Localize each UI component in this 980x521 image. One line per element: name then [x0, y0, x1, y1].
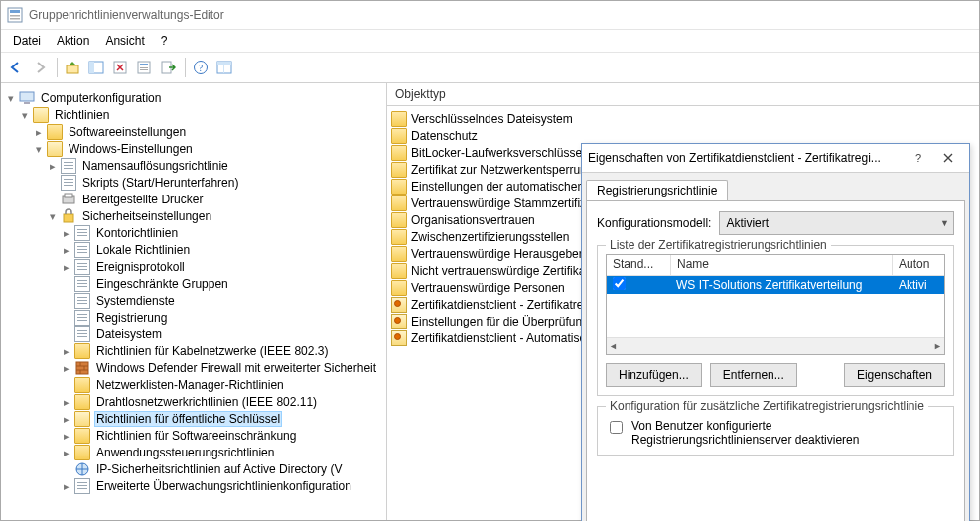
- svg-rect-4: [67, 65, 78, 73]
- config-model-combobox[interactable]: Aktiviert ▼: [719, 211, 954, 235]
- nav-back-button[interactable]: [5, 57, 27, 78]
- list-item[interactable]: Datenschutz: [391, 127, 975, 144]
- help-button[interactable]: ?: [190, 57, 211, 78]
- expander-icon[interactable]: ▸: [61, 362, 72, 374]
- tree-bereitgestellte-drucker[interactable]: Bereitgestellte Drucker: [5, 191, 384, 207]
- security-icon: [61, 208, 76, 224]
- tree-netzwerklisten[interactable]: Netzwerklisten-Manager-Richtlinien: [5, 376, 384, 393]
- tree-root[interactable]: ▾Computerkonfiguration: [5, 89, 384, 106]
- menu-help[interactable]: ?: [153, 32, 176, 50]
- folder-icon: [74, 394, 90, 410]
- tree-registrierung[interactable]: Registrierung: [5, 309, 384, 326]
- tree-namensaufloesung[interactable]: ▸Namensauflösungsrichtlinie: [5, 157, 384, 174]
- svg-rect-1: [10, 10, 20, 13]
- folder-icon: [74, 428, 90, 444]
- expander-icon[interactable]: ▸: [61, 244, 72, 256]
- folder-icon: [33, 107, 49, 123]
- tree-skripts[interactable]: Skripts (Start/Herunterfahren): [5, 174, 384, 191]
- delete-button[interactable]: [109, 57, 131, 78]
- expander-icon[interactable]: ▸: [61, 227, 72, 239]
- chevron-down-icon: ▼: [940, 218, 949, 228]
- policy-row[interactable]: WS IT-Solutions Zertifikatverteilung Akt…: [607, 276, 944, 294]
- column-header-name[interactable]: Name: [671, 255, 893, 275]
- tree-pane[interactable]: ▾Computerkonfiguration ▾Richtlinien ▸Sof…: [1, 83, 387, 520]
- expander-icon[interactable]: ▸: [33, 126, 45, 138]
- filter-button[interactable]: [213, 57, 235, 78]
- up-button[interactable]: [62, 57, 83, 78]
- tree-ipsec[interactable]: IP-Sicherheitsrichtlinien auf Active Dir…: [5, 460, 384, 477]
- tree-richtlinien[interactable]: ▾Richtlinien: [5, 106, 384, 123]
- expander-icon[interactable]: ▸: [61, 345, 72, 357]
- expander-icon[interactable]: ▸: [61, 261, 72, 273]
- scroll-left-icon[interactable]: ◄: [609, 341, 618, 351]
- group-legend: Konfiguration für zusätzliche Zertifikat…: [606, 399, 928, 413]
- expander-icon[interactable]: ▾: [47, 210, 59, 222]
- column-header-standard[interactable]: Stand...: [607, 255, 671, 275]
- tree-lokale-richtlinien[interactable]: ▸Lokale Richtlinien: [5, 241, 384, 258]
- expander-icon[interactable]: ▾: [5, 92, 17, 104]
- policy-icon: [74, 310, 90, 326]
- tree-ereignisprotokoll[interactable]: ▸Ereignisprotokoll: [5, 258, 384, 275]
- tree-drahtlos[interactable]: ▸Drahtlosnetzwerkrichtlinien (IEEE 802.1…: [5, 393, 384, 410]
- expander-icon[interactable]: ▸: [61, 413, 72, 425]
- tree-kabelnetz[interactable]: ▸Richtlinien für Kabelnetzwerke (IEEE 80…: [5, 342, 384, 359]
- tab-registrierungsrichtlinie[interactable]: Registrierungsrichtlinie: [586, 180, 728, 200]
- menu-action[interactable]: Aktion: [49, 32, 97, 50]
- tree-public-key[interactable]: ▸Richtlinien für öffentliche Schlüssel: [5, 410, 384, 427]
- close-button[interactable]: [933, 148, 963, 168]
- tree-defender-firewall[interactable]: ▸Windows Defender Firewall mit erweitert…: [5, 359, 384, 376]
- menu-file[interactable]: Datei: [5, 32, 49, 50]
- tree-eingeschraenkte-gruppen[interactable]: Eingeschränkte Gruppen: [5, 275, 384, 292]
- firewall-icon: [74, 360, 90, 376]
- tree-softwareeinschraenkung[interactable]: ▸Richtlinien für Softwareeinschränkung: [5, 427, 384, 444]
- svg-text:?: ?: [915, 152, 921, 164]
- row-properties-button[interactable]: Eigenschaften: [844, 363, 945, 387]
- horizontal-scrollbar[interactable]: ◄►: [607, 337, 944, 354]
- tree-kontorichtlinien[interactable]: ▸Kontorichtlinien: [5, 224, 384, 241]
- folder-icon: [391, 111, 407, 127]
- remove-button[interactable]: Entfernen...: [710, 363, 797, 387]
- folder-icon: [391, 246, 407, 262]
- tree-anwendungssteuerung[interactable]: ▸Anwendungssteuerungsrichtlinien: [5, 444, 384, 460]
- column-header-auto[interactable]: Auton: [893, 255, 944, 275]
- tree-windows-einstellungen[interactable]: ▾Windows-Einstellungen: [5, 140, 384, 157]
- tree-systemdienste[interactable]: Systemdienste: [5, 292, 384, 309]
- tree-dateisystem[interactable]: Dateisystem: [5, 326, 384, 342]
- dialog-titlebar: Eigenschaften von Zertifikatdienstclient…: [582, 144, 969, 173]
- svg-rect-18: [20, 92, 34, 101]
- menu-view[interactable]: Ansicht: [97, 32, 152, 50]
- svg-rect-17: [223, 62, 224, 73]
- expander-icon[interactable]: ▸: [61, 447, 72, 458]
- expander-icon[interactable]: ▸: [61, 430, 72, 442]
- nav-forward-button[interactable]: [29, 57, 51, 78]
- list-item[interactable]: Verschlüsselndes Dateisystem: [391, 110, 975, 127]
- certificate-icon: [391, 330, 407, 346]
- expander-icon[interactable]: ▾: [19, 109, 31, 121]
- expander-icon[interactable]: ▸: [61, 396, 72, 408]
- config-model-value: Aktiviert: [726, 216, 769, 230]
- svg-rect-19: [24, 102, 30, 104]
- tree-sicherheitseinstellungen[interactable]: ▾Sicherheitseinstellungen: [5, 207, 384, 224]
- policy-listview[interactable]: Stand... Name Auton WS IT-Solutions Zert…: [606, 254, 945, 355]
- help-button[interactable]: ?: [904, 148, 933, 168]
- folder-icon: [391, 280, 407, 296]
- add-button[interactable]: Hinzufügen...: [606, 363, 702, 387]
- policy-row-auto: Aktivi: [893, 278, 944, 292]
- ipsec-icon: [74, 461, 90, 477]
- tree-erweiterte-ueberwachung[interactable]: ▸Erweiterte Überwachungsrichtlinienkonfi…: [5, 477, 384, 494]
- show-hide-tree-button[interactable]: [85, 57, 107, 78]
- export-button[interactable]: [157, 57, 179, 78]
- scroll-right-icon[interactable]: ►: [933, 341, 942, 351]
- expander-icon[interactable]: ▾: [33, 143, 45, 155]
- properties-button[interactable]: [133, 57, 155, 78]
- tree-softwareeinstellungen[interactable]: ▸Softwareeinstellungen: [5, 123, 384, 140]
- expander-icon[interactable]: ▸: [61, 480, 72, 492]
- expander-icon[interactable]: ▸: [47, 160, 59, 172]
- column-header-objekttyp[interactable]: Objekttyp: [387, 83, 979, 106]
- policy-icon: [74, 276, 90, 292]
- certificate-icon: [391, 297, 407, 313]
- folder-icon: [391, 263, 407, 279]
- disable-user-servers-checkbox[interactable]: [610, 421, 623, 434]
- separator: [57, 58, 58, 77]
- policy-default-checkbox[interactable]: [613, 277, 626, 290]
